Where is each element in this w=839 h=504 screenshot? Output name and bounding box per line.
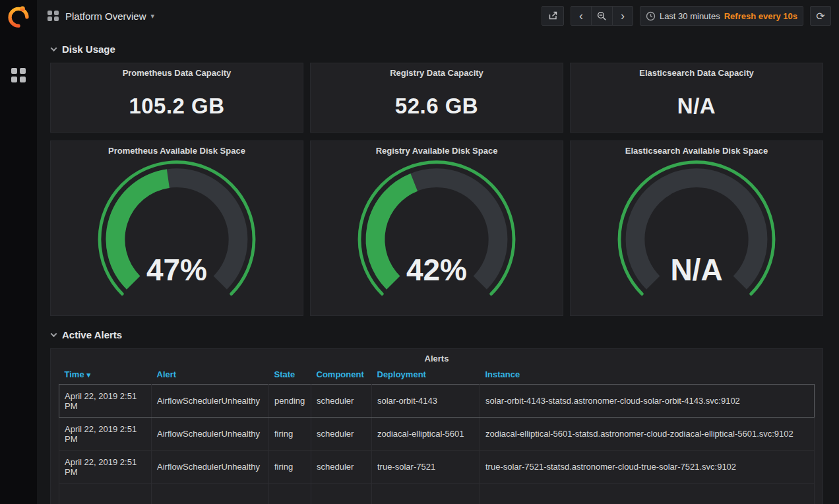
sidebar — [0, 0, 37, 504]
dashboard-icon — [47, 11, 59, 22]
gauge-chart — [82, 158, 272, 313]
panel-alerts-table: Alerts Time▾ Alert — [50, 348, 823, 504]
column-header-instance[interactable]: Instance — [480, 366, 815, 385]
grafana-logo-icon[interactable] — [5, 2, 32, 30]
clock-icon — [646, 11, 656, 21]
gauge-value: 47% — [51, 252, 303, 288]
column-label: Alert — [157, 369, 177, 379]
gauge-wrap: 42% — [311, 158, 563, 315]
cell-alert: AirflowSchedulerUnhealthy — [152, 451, 269, 484]
panel-registry-available-disk: Registry Available Disk Space 42% — [310, 141, 563, 316]
gauges-row: Prometheus Available Disk Space 47% Regi… — [50, 141, 823, 316]
stats-row: Prometheus Data Capacity 105.2 GB Regist… — [50, 63, 823, 133]
zoom-out-icon — [597, 11, 607, 21]
cell-time: April 22, 2019 2:51 PM — [59, 385, 152, 418]
panel-elasticsearch-available-disk: Elasticsearch Available Disk Space N/A — [570, 141, 823, 316]
dashboard-title-button[interactable]: Platform Overview ▾ — [65, 11, 154, 22]
chevron-right-icon: › — [621, 10, 625, 22]
gauge-wrap: N/A — [571, 158, 823, 315]
gauge-wrap: 47% — [51, 158, 303, 315]
cell-time: April 22, 2019 2:51 PM — [59, 451, 152, 484]
gauge-chart — [342, 158, 532, 313]
panel-title[interactable]: Registry Data Capacity — [311, 63, 563, 80]
section-active-alerts[interactable]: Active Alerts — [51, 329, 823, 340]
column-header-deployment[interactable]: Deployment — [372, 366, 480, 385]
topbar-right: ‹ › — [542, 6, 831, 26]
panel-elasticsearch-data-capacity: Elasticsearch Data Capacity N/A — [570, 63, 823, 133]
topbar-left: Platform Overview ▾ — [47, 11, 154, 22]
column-label: Time — [65, 369, 84, 379]
stat-value: 105.2 GB — [51, 80, 303, 132]
panel-title[interactable]: Prometheus Data Capacity — [51, 63, 303, 80]
stat-value: N/A — [571, 80, 823, 132]
refresh-icon: ⟳ — [816, 10, 824, 22]
refresh-interval-label: Refresh every 10s — [724, 11, 797, 21]
cell-state: firing — [269, 451, 311, 484]
panel-title[interactable]: Elasticsearch Available Disk Space — [571, 141, 823, 158]
time-back-button[interactable]: ‹ — [571, 6, 592, 26]
column-header-state[interactable]: State — [269, 366, 311, 385]
column-label: Instance — [485, 369, 520, 379]
stat-value: 52.6 GB — [311, 80, 563, 132]
panel-title[interactable]: Prometheus Available Disk Space — [51, 141, 303, 158]
chevron-down-icon — [51, 331, 57, 337]
panel-title[interactable]: Alerts — [51, 349, 823, 366]
dashboard-content: Disk Usage Prometheus Data Capacity 105.… — [37, 32, 839, 504]
column-header-component[interactable]: Component — [311, 366, 372, 385]
cell-component: scheduler — [311, 451, 372, 484]
zoom-out-button[interactable] — [591, 6, 613, 26]
gauge-value: N/A — [571, 252, 823, 288]
column-label: Deployment — [377, 369, 426, 379]
column-label: State — [274, 369, 295, 379]
column-label: Component — [317, 369, 364, 379]
column-header-alert[interactable]: Alert — [152, 366, 269, 385]
dashboards-grid-icon — [11, 68, 26, 82]
top-navbar: Platform Overview ▾ ‹ — [37, 0, 839, 32]
time-range-picker-button[interactable]: Last 30 minutes Refresh every 10s — [640, 6, 803, 26]
main-area: Platform Overview ▾ ‹ — [37, 0, 839, 504]
panel-prometheus-data-capacity: Prometheus Data Capacity 105.2 GB — [50, 63, 303, 133]
table-row-partial — [59, 484, 815, 504]
panel-title[interactable]: Registry Available Disk Space — [311, 141, 563, 158]
cell-deployment: true-solar-7521 — [372, 451, 480, 484]
time-range-label: Last 30 minutes — [660, 11, 720, 21]
cell-instance: true-solar-7521-statsd.astronomer-cloud-… — [480, 451, 815, 484]
refresh-button[interactable]: ⟳ — [810, 6, 831, 26]
panel-prometheus-available-disk: Prometheus Available Disk Space 47% — [50, 141, 303, 316]
chevron-left-icon: ‹ — [579, 10, 583, 22]
cell-component: scheduler — [311, 418, 372, 451]
table-row: April 22, 2019 2:51 PM AirflowSchedulerU… — [59, 451, 815, 484]
cell-component: scheduler — [311, 385, 372, 418]
cell-deployment: solar-orbit-4143 — [372, 385, 480, 418]
chevron-down-icon — [51, 45, 57, 51]
cell-alert: AirflowSchedulerUnhealthy — [152, 385, 269, 418]
gauge-chart — [602, 158, 792, 313]
table-row: April 22, 2019 2:51 PM AirflowSchedulerU… — [59, 385, 815, 418]
cell-instance: solar-orbit-4143-statsd.astronomer-cloud… — [480, 385, 815, 418]
share-button[interactable] — [542, 6, 564, 26]
table-header-row: Time▾ Alert State Component Deployment I… — [59, 366, 815, 385]
sidebar-item-dashboards[interactable] — [11, 68, 26, 82]
dashboard-title: Platform Overview — [65, 11, 146, 22]
share-icon — [547, 11, 558, 21]
column-header-time[interactable]: Time▾ — [59, 366, 152, 385]
time-forward-button[interactable]: › — [612, 6, 633, 26]
grafana-logo-icon — [6, 3, 31, 28]
time-nav-group: ‹ › — [571, 6, 633, 26]
cell-instance: zodiacal-elliptical-5601-statsd.astronom… — [480, 418, 815, 451]
cell-alert: AirflowSchedulerUnhealthy — [152, 418, 269, 451]
section-disk-usage[interactable]: Disk Usage — [51, 44, 823, 55]
gauge-value: 42% — [311, 252, 563, 288]
alerts-table: Time▾ Alert State Component Deployment I… — [59, 366, 815, 504]
sort-desc-icon: ▾ — [87, 371, 91, 379]
alerts-table-container: Time▾ Alert State Component Deployment I… — [51, 366, 823, 504]
cell-deployment: zodiacal-elliptical-5601 — [372, 418, 480, 451]
table-row: April 22, 2019 2:51 PM AirflowSchedulerU… — [59, 418, 815, 451]
grafana-app: Platform Overview ▾ ‹ — [0, 0, 839, 504]
section-label: Disk Usage — [62, 44, 115, 55]
cell-time: April 22, 2019 2:51 PM — [59, 418, 152, 451]
panel-title[interactable]: Elasticsearch Data Capacity — [571, 63, 823, 80]
section-label: Active Alerts — [62, 329, 122, 340]
cell-state: firing — [269, 418, 311, 451]
cell-state: pending — [269, 385, 311, 418]
